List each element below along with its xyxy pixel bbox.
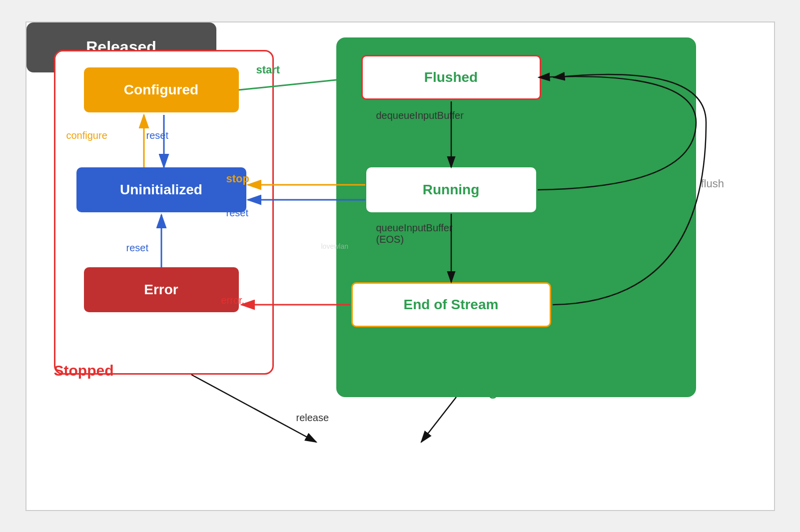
error-state: Error <box>84 267 239 312</box>
running-state: Running <box>366 167 536 212</box>
reset-label-3: reset <box>126 242 148 254</box>
flush-label: flush <box>701 177 724 190</box>
reset-label-1: reset <box>146 130 168 141</box>
dequeue-label: dequeueInputBuffer <box>376 110 464 121</box>
error-label: error... <box>221 295 250 306</box>
flushed-state: Flushed <box>361 55 541 100</box>
queue-label: queueInputBuffer(EOS) <box>376 222 453 245</box>
reset-label-2: reset <box>226 207 248 219</box>
start-label: start <box>256 63 280 76</box>
executing-label: Executing <box>426 382 498 399</box>
stopped-label: Stopped <box>54 362 114 379</box>
diagram-container: Configured Uninitialized Error Flushed R… <box>25 21 775 511</box>
uninitialized-state: Uninitialized <box>76 167 246 212</box>
svg-line-14 <box>191 375 316 442</box>
svg-line-15 <box>421 397 456 442</box>
watermark: lovewlan <box>321 242 348 250</box>
configured-state: Configured <box>84 67 239 112</box>
end-of-stream-state: End of Stream <box>351 282 551 327</box>
release-label: release <box>296 412 329 424</box>
stop-label: stop <box>226 172 249 185</box>
configure-label: configure <box>66 130 107 141</box>
